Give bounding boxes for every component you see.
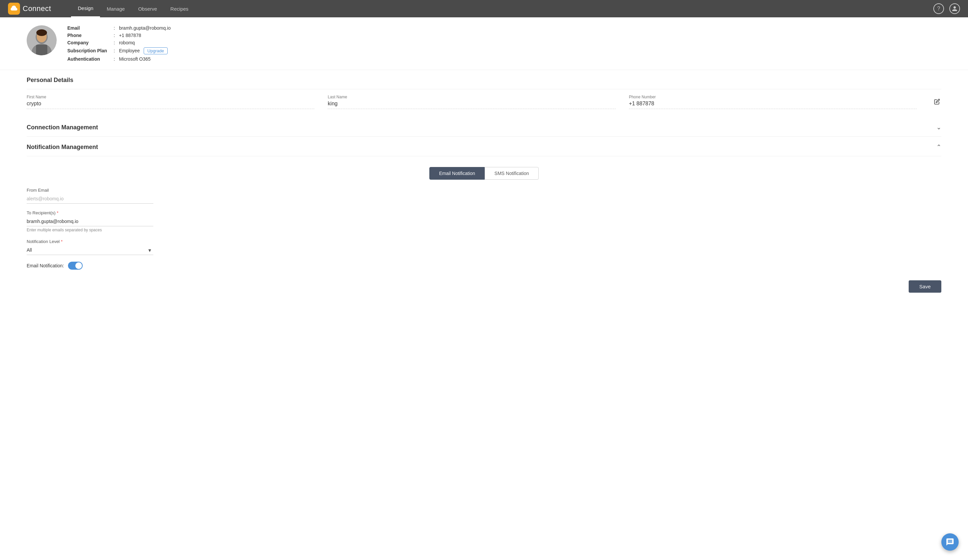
profile-section: Email : bramh.gupta@robomq.io Phone : +1… [0, 17, 968, 70]
to-recipients-hint: Enter multiple emails separated by space… [27, 228, 153, 232]
brand-logo[interactable]: Connect [8, 3, 51, 15]
personal-details-title: Personal Details [27, 77, 73, 84]
last-name-label: Last Name [328, 94, 615, 99]
first-name-label: First Name [27, 94, 314, 99]
notification-level-required: * [61, 239, 63, 244]
notification-level-group: Notification Level * All Error Warning I… [27, 239, 153, 255]
phone-label: Phone [67, 33, 109, 38]
nav-design[interactable]: Design [71, 0, 100, 17]
from-email-label: From Email [27, 188, 153, 193]
navbar: Connect Design Manage Observe Recipes ? [0, 0, 968, 17]
svg-rect-3 [36, 45, 47, 55]
notification-chevron-icon: ⌃ [937, 143, 941, 151]
notification-level-wrapper: All Error Warning Info ▼ [27, 245, 153, 255]
nav-recipes[interactable]: Recipes [164, 0, 195, 17]
main-content: Email : bramh.gupta@robomq.io Phone : +1… [0, 17, 968, 560]
phone-number-value: +1 887878 [629, 101, 917, 109]
company-label: Company [67, 40, 109, 45]
notification-tabs: Email Notification SMS Notification [27, 167, 941, 180]
auth-label: Authentication [67, 56, 109, 62]
nav-manage[interactable]: Manage [100, 0, 131, 17]
subscription-label: Subscription Plan [67, 48, 109, 53]
notification-level-label: Notification Level * [27, 239, 153, 244]
sms-notification-tab[interactable]: SMS Notification [485, 167, 538, 180]
from-email-input[interactable] [27, 194, 153, 204]
email-colon: : [109, 25, 119, 31]
help-button[interactable]: ? [933, 3, 944, 14]
personal-details-header[interactable]: Personal Details [27, 70, 941, 89]
auth-value: Microsoft O365 [119, 56, 171, 62]
chat-bubble-button[interactable] [941, 533, 959, 551]
chat-icon [946, 538, 954, 546]
nav-right: ? [933, 3, 960, 14]
email-notification-toggle-row: Email Notification: [27, 262, 941, 270]
required-marker: * [57, 210, 58, 215]
connection-management-title: Connection Management [27, 124, 98, 131]
email-notification-tab[interactable]: Email Notification [429, 167, 485, 180]
edit-personal-details-button[interactable] [933, 97, 941, 108]
first-name-group: First Name crypto [27, 94, 328, 109]
phone-number-label: Phone Number [629, 94, 917, 99]
svg-point-5 [36, 29, 47, 36]
avatar [27, 25, 57, 55]
subscription-colon: : [109, 48, 119, 53]
to-recipients-input[interactable] [27, 217, 153, 226]
last-name-group: Last Name king [328, 94, 629, 109]
connection-chevron-icon: ⌄ [937, 124, 941, 131]
notification-level-select[interactable]: All Error Warning Info [27, 245, 153, 255]
personal-details-body: First Name crypto Last Name king Phone N… [27, 89, 941, 117]
nav-observe[interactable]: Observe [131, 0, 164, 17]
save-button[interactable]: Save [909, 280, 941, 293]
user-button[interactable] [949, 3, 960, 14]
phone-number-group: Phone Number +1 887878 [629, 94, 930, 109]
connection-management-header[interactable]: Connection Management ⌄ [27, 117, 941, 137]
phone-colon: : [109, 33, 119, 38]
last-name-value: king [328, 101, 615, 109]
email-notification-toggle-label: Email Notification: [27, 263, 64, 268]
auth-colon: : [109, 56, 119, 62]
email-value: bramh.gupta@robomq.io [119, 25, 171, 31]
phone-value: +1 887878 [119, 33, 171, 38]
to-recipients-group: To Recipient(s) * Enter multiple emails … [27, 210, 153, 232]
toggle-slider [68, 262, 83, 270]
brand-icon [8, 3, 20, 15]
profile-info: Email : bramh.gupta@robomq.io Phone : +1… [67, 25, 171, 62]
subscription-value: Employee Upgrade [119, 47, 171, 54]
company-colon: : [109, 40, 119, 45]
notification-management-body: Email Notification SMS Notification From… [27, 156, 941, 303]
avatar-container [27, 25, 57, 55]
personal-details-fields: First Name crypto Last Name king Phone N… [27, 94, 941, 109]
avatar-image [27, 25, 57, 55]
from-email-group: From Email [27, 188, 153, 204]
upgrade-button[interactable]: Upgrade [144, 47, 167, 54]
email-notification-toggle[interactable] [68, 262, 83, 270]
brand-name: Connect [23, 4, 51, 13]
email-label: Email [67, 25, 109, 31]
content-area: Personal Details First Name crypto Last … [0, 70, 968, 303]
notification-management-header[interactable]: Notification Management ⌃ [27, 137, 941, 156]
notification-management-title: Notification Management [27, 144, 98, 151]
profile-header: Email : bramh.gupta@robomq.io Phone : +1… [27, 25, 941, 62]
save-row: Save [27, 278, 941, 293]
nav-links: Design Manage Observe Recipes [71, 0, 933, 17]
first-name-value: crypto [27, 101, 314, 109]
to-recipients-label: To Recipient(s) * [27, 210, 153, 215]
company-value: robomq [119, 40, 171, 45]
